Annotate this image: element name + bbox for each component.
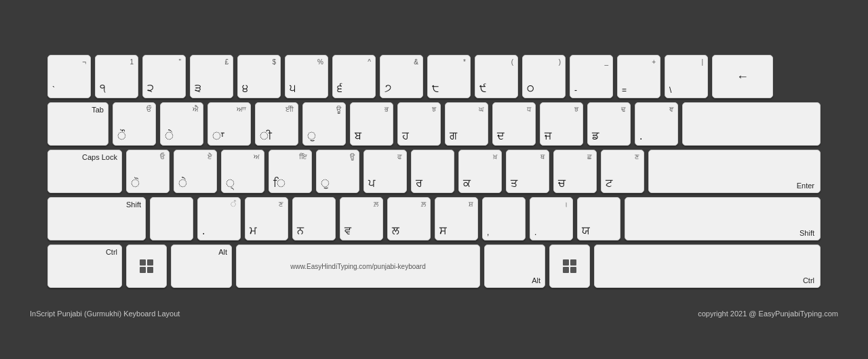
key-u[interactable]: ਝ ਹ [397,102,441,146]
key-j[interactable]: ਰ [411,150,454,193]
key-o[interactable]: ਧ ਦ [492,102,536,146]
row-3: Caps Lock ਓੋ ੋ ਏੇ ੇ ਅ ੍ ਇਿ ਿ ਉੁ ੁ ਫ ਪ ਰ [47,150,821,193]
backspace-icon: ← [736,70,749,84]
key-alt-left[interactable]: Alt [171,245,232,288]
key-b[interactable]: ਲ਼ ਵ [340,197,383,240]
capslock-label: Caps Lock [82,153,117,161]
key-alt-right[interactable]: Alt [484,245,545,288]
key-8[interactable]: * ੮ [427,55,471,98]
key-5[interactable]: % ੫ [285,55,328,98]
key-f[interactable]: ਇਿ ਿ [269,150,312,193]
row-5: Ctrl Alt www.EasyHindiTyping.com/punjabi… [47,245,821,288]
key-d[interactable]: ਅ ੍ [221,150,264,193]
key-s[interactable]: ਏੇ ੇ [174,150,217,193]
key-t[interactable]: ਊੂ ੁ [302,102,346,146]
alt-left-label: Alt [218,248,227,256]
keyboard-title: InScript Punjabi (Gurmukhi) Keyboard Lay… [30,310,180,318]
key-1[interactable]: 1 ੧ [95,55,138,98]
shift-right-label: Shift [800,229,814,237]
keyboard-container: ¬ ` 1 ੧ " ੨ £ ੩ $ ੪ % ੫ ^ ੬ & ੭ [27,41,841,305]
key-bracketl[interactable]: ਢ ਡ [587,102,631,146]
key-backslash1[interactable]: | \ [665,55,708,98]
key-l[interactable]: ਥ ਤ [506,150,549,193]
key-ctrl-left[interactable]: Ctrl [47,245,122,288]
alt-right-label: Alt [532,276,540,284]
key-0[interactable]: ) ੦ [522,55,566,98]
key-quote[interactable]: ਣ ਟ [601,150,644,193]
key-v[interactable]: ਨ [292,197,336,240]
key-shift-right[interactable]: Shift [625,197,821,240]
key-ctrl-right[interactable]: Ctrl [594,245,821,288]
key-p[interactable]: ਝ ਜ [540,102,583,146]
key-g[interactable]: ਉੁ ੁ [316,150,359,193]
key-w[interactable]: ਐੈ ੇ [160,102,203,146]
shift-left-label: Shift [126,200,141,209]
key-period[interactable]: । . [530,197,573,240]
windows-icon-left [140,259,153,273]
key-slash[interactable]: ਯ [577,197,620,240]
key-a[interactable]: ਓੋ ੋ [126,150,170,193]
key-7[interactable]: & ੭ [380,55,423,98]
ctrl-right-label: Ctrl [803,276,814,284]
key-h[interactable]: ਫ ਪ [363,150,407,193]
key-x[interactable]: ੰ . [197,197,241,240]
row-4: Shift ੰ . ਣ ਮ ਨ ਲ਼ ਵ ਲ਼ ਲ ਸ਼ ਸ [47,197,821,240]
key-y[interactable]: ਭ ਬ [350,102,393,146]
key-capslock[interactable]: Caps Lock [47,150,122,193]
key-9[interactable]: ( ੯ [475,55,518,98]
footer: InScript Punjabi (Gurmukhi) Keyboard Lay… [27,310,841,318]
key-space[interactable]: www.EasyHindiTyping.com/punjabi-keyboard [236,245,480,288]
key-e[interactable]: ਆਾ ਾ [208,102,251,146]
key-6[interactable]: ^ ੬ [332,55,376,98]
key-semicolon[interactable]: ਛ ਚ [553,150,597,193]
key-z[interactable] [150,197,193,240]
key-minus[interactable]: _ - [570,55,613,98]
ctrl-left-label: Ctrl [106,248,117,256]
key-n[interactable]: ਲ਼ ਲ [387,197,431,240]
space-label: www.EasyHindiTyping.com/punjabi-keyboard [290,263,426,270]
key-shift-left[interactable]: Shift [47,197,146,240]
key-4[interactable]: $ ੪ [237,55,281,98]
key-m[interactable]: ਸ਼ ਸ [435,197,478,240]
key-equals[interactable]: + = [617,55,660,98]
key-backspace[interactable]: ← [712,55,773,98]
key-i[interactable]: ਘ ਗ [445,102,488,146]
enter-label: Enter [797,182,814,190]
key-q[interactable]: ਓੰ ੌ [113,102,156,146]
key-win-left[interactable] [126,245,167,288]
copyright: copyright 2021 @ EasyPunjabiTyping.com [698,310,838,318]
key-2[interactable]: " ੨ [142,55,186,98]
key-tab[interactable]: Tab [47,102,108,146]
key-win-right[interactable] [549,245,590,288]
row-1: ¬ ` 1 ੧ " ੨ £ ੩ $ ੪ % ੫ ^ ੬ & ੭ [47,55,821,98]
key-3[interactable]: £ ੩ [190,55,233,98]
tab-label: Tab [92,106,104,114]
key-k[interactable]: ਖ਼ ਕ [458,150,502,193]
key-backtick[interactable]: ¬ ` [47,55,91,98]
key-enter[interactable]: Enter [648,150,821,193]
key-comma[interactable]: , [482,197,526,240]
key-c[interactable]: ਣ ਮ [245,197,288,240]
key-bracketr[interactable]: ਞ . [635,102,678,146]
row-2: Tab ਓੰ ੌ ਐੈ ੇ ਆਾ ਾ ਈੀ ੀ ਊੂ ੁ ਭ ਬ ਝ ਹ [47,102,821,146]
key-r[interactable]: ਈੀ ੀ [255,102,298,146]
windows-icon-right [563,259,576,273]
key-enter-top[interactable] [682,102,821,146]
